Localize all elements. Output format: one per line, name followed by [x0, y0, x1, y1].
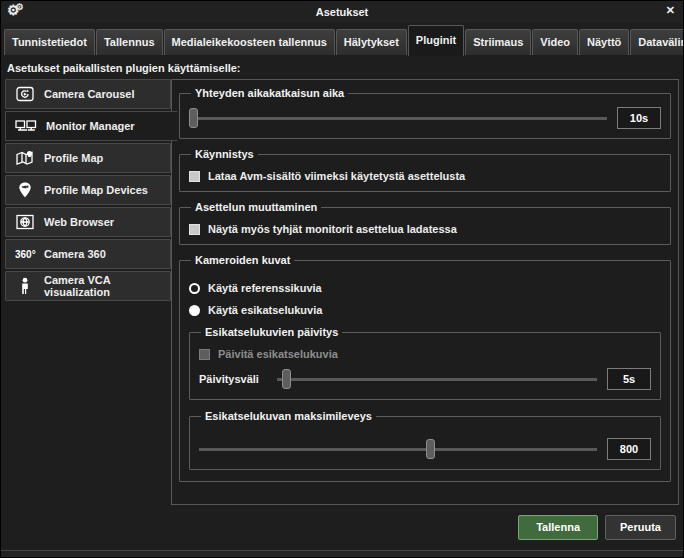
camera-carousel-icon — [15, 85, 35, 103]
section-label: Asetukset paikallisten plugien käyttämis… — [1, 56, 683, 78]
group-preview-max-width: Esikatselukuvan maksimileveys 800 — [189, 410, 661, 470]
camera-360-icon: 360° — [15, 249, 35, 260]
radio-label: Käytä referenssikuvia — [208, 282, 322, 294]
use-preview-images-radio-row[interactable]: Käytä esikatselukuvia — [189, 304, 661, 316]
plugin-settings-panel: Yhteyden aikakatkaisun aika 10s Käynnist… — [171, 79, 679, 505]
sidebar-item-label: Profile Map Devices — [44, 184, 148, 196]
web-browser-icon — [15, 213, 35, 231]
radio-label: Käytä esikatselukuvia — [208, 304, 322, 316]
timeout-value: 10s — [617, 107, 661, 129]
radio-icon-selected[interactable] — [189, 305, 200, 316]
window-title: Asetukset — [1, 6, 683, 18]
sidebar-item-label: Monitor Manager — [46, 120, 135, 132]
tab-tallennus[interactable]: Tallennus — [96, 29, 163, 55]
tab-halytykset[interactable]: Hälytykset — [336, 29, 407, 55]
checkbox-label: Päivitä esikatselukuvia — [218, 348, 338, 360]
update-interval-slider[interactable] — [277, 368, 597, 390]
sidebar-item-label: Camera 360 — [44, 248, 106, 260]
timeout-slider[interactable] — [189, 107, 607, 129]
tab-bar: Tunnistetiedot Tallennus Medialeikekoost… — [1, 23, 683, 56]
group-connection-timeout: Yhteyden aikakatkaisun aika 10s — [179, 87, 671, 139]
sidebar-item-monitor-manager[interactable]: Monitor Manager — [5, 111, 178, 141]
sidebar-item-camera-carousel[interactable]: Camera Carousel — [5, 79, 171, 109]
checkbox-icon[interactable] — [189, 171, 200, 182]
slider-handle[interactable] — [426, 439, 435, 459]
content: Camera Carousel Monitor Manager Profile … — [1, 78, 683, 505]
slider-track — [189, 117, 607, 120]
tab-datavalimuisti[interactable]: Datavälimuisti — [630, 29, 684, 55]
footer: Tallenna Peruuta — [1, 505, 683, 550]
group-title: Kameroiden kuvat — [191, 254, 294, 266]
checkbox-icon-disabled — [199, 349, 210, 360]
tab-video[interactable]: Video — [532, 29, 578, 55]
cancel-button[interactable]: Peruuta — [605, 515, 676, 540]
use-reference-images-radio-row[interactable]: Käytä referenssikuvia — [189, 282, 661, 294]
person-icon — [15, 277, 35, 296]
checkbox-icon[interactable] — [189, 224, 200, 235]
sidebar-item-profile-map-devices[interactable]: Profile Map Devices — [5, 175, 171, 205]
sidebar-item-label: Camera VCA visualization — [44, 274, 170, 298]
slider-handle[interactable] — [282, 369, 291, 389]
max-width-slider[interactable] — [199, 438, 597, 460]
group-startup: Käynnistys Lataa Avm-sisältö viimeksi kä… — [179, 148, 671, 192]
show-empty-monitors-checkbox-row[interactable]: Näytä myös tyhjät monitorit asettelua la… — [189, 223, 661, 235]
slider-track — [277, 378, 597, 381]
tab-pluginit[interactable]: Pluginit — [408, 25, 464, 56]
update-interval-label: Päivitysväli — [199, 373, 267, 385]
group-title: Käynnistys — [191, 148, 258, 160]
sidebar-item-camera-360[interactable]: 360° Camera 360 — [5, 239, 171, 269]
tab-striimaus[interactable]: Striimaus — [465, 29, 531, 55]
sidebar-item-profile-map[interactable]: Profile Map — [5, 143, 171, 173]
monitor-manager-icon — [15, 118, 37, 134]
load-avm-content-checkbox-row[interactable]: Lataa Avm-sisältö viimeksi käytetystä as… — [189, 170, 661, 182]
update-interval-value: 5s — [607, 368, 651, 390]
sidebar-item-camera-vca-visualization[interactable]: Camera VCA visualization — [5, 271, 171, 301]
sidebar-item-label: Profile Map — [44, 152, 103, 164]
group-preview-update: Esikatselukuvien päivitys Päivitä esikat… — [189, 326, 661, 400]
slider-handle[interactable] — [189, 108, 198, 128]
group-title: Esikatselukuvien päivitys — [201, 326, 342, 338]
group-title: Yhteyden aikakatkaisun aika — [191, 87, 348, 99]
save-button[interactable]: Tallenna — [518, 515, 598, 540]
window-bottom-edge — [1, 550, 683, 557]
titlebar: ⚙⚙ Asetukset ✕ — [1, 1, 683, 23]
slider-track — [199, 448, 597, 451]
max-width-value: 800 — [607, 438, 651, 460]
profile-map-devices-icon — [15, 181, 35, 200]
checkbox-label: Näytä myös tyhjät monitorit asettelua la… — [208, 223, 457, 235]
tab-tunnistetiedot[interactable]: Tunnistetiedot — [4, 29, 95, 55]
close-icon[interactable]: ✕ — [666, 4, 675, 17]
group-title: Esikatselukuvan maksimileveys — [201, 410, 376, 422]
group-title: Asettelun muuttaminen — [191, 201, 321, 213]
tab-naytto[interactable]: Näyttö — [579, 29, 629, 55]
update-preview-images-checkbox-row: Päivitä esikatselukuvia — [199, 348, 651, 360]
plugin-sidebar: Camera Carousel Monitor Manager Profile … — [5, 78, 171, 505]
radio-icon[interactable] — [189, 283, 200, 294]
group-camera-images: Kameroiden kuvat Käytä referenssikuvia K… — [179, 254, 671, 482]
profile-map-icon — [15, 149, 35, 167]
tab-medialeikekoosteen-tallennus[interactable]: Medialeikekoosteen tallennus — [164, 29, 335, 55]
group-layout-change: Asettelun muuttaminen Näytä myös tyhjät … — [179, 201, 671, 245]
settings-window: ⚙⚙ Asetukset ✕ Tunnistetiedot Tallennus … — [0, 0, 684, 558]
sidebar-item-web-browser[interactable]: Web Browser — [5, 207, 171, 237]
checkbox-label: Lataa Avm-sisältö viimeksi käytetystä as… — [208, 170, 465, 182]
sidebar-item-label: Camera Carousel — [44, 88, 135, 100]
sidebar-item-label: Web Browser — [44, 216, 114, 228]
